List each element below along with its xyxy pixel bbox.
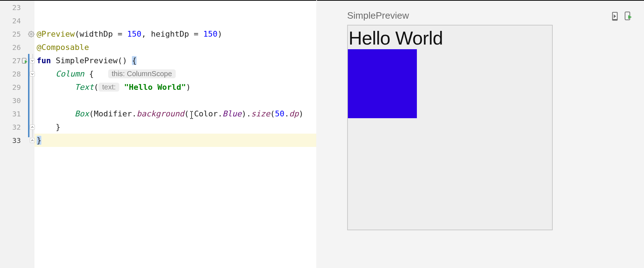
code-line[interactable] (34, 14, 316, 27)
code-line[interactable]: fun SimplePreview() { (34, 54, 316, 67)
code-line[interactable]: @Composable (34, 41, 316, 54)
code-text-area[interactable]: @Preview(widthDp = 150, heightDp = 150) … (34, 1, 316, 268)
annotation: @Preview (37, 29, 75, 38)
code-line[interactable]: @Preview(widthDp = 150, heightDp = 150) (34, 27, 316, 41)
matched-brace: } (37, 136, 41, 145)
preview-blue-box (348, 49, 417, 118)
code-line[interactable]: Box(Modifier.background(Color.Blue).size… (34, 107, 316, 120)
code-line[interactable]: Text(text: "Hello World") (34, 80, 316, 94)
annotation: @Composable (37, 43, 89, 52)
code-editor-pane[interactable]: 23 24 25 26 27 28 29 30 31 32 33 (0, 1, 316, 268)
code-line[interactable] (34, 1, 316, 14)
gutter-icon-column (28, 1, 34, 268)
line-number[interactable]: 32 (0, 120, 28, 134)
code-line[interactable]: Column { this: ColumnScope (34, 67, 316, 80)
preview-content: Hello World (348, 26, 552, 118)
fold-handle-icon[interactable] (30, 138, 35, 143)
inlay-hint: text: (98, 83, 119, 92)
line-number-gutter: 23 24 25 26 27 28 29 30 31 32 33 (0, 1, 28, 268)
line-number[interactable]: 25 (0, 27, 28, 41)
line-number[interactable]: 23 (0, 1, 28, 14)
compose-preview-pane: SimplePreview Hello World (316, 1, 644, 268)
gear-icon[interactable] (28, 31, 34, 37)
fold-handle-icon[interactable] (30, 71, 35, 77)
svg-point-0 (31, 33, 32, 35)
line-number[interactable]: 24 (0, 14, 28, 27)
fold-handle-icon[interactable] (30, 125, 35, 130)
text-cursor-icon (189, 111, 194, 119)
preview-text-hello: Hello World (348, 26, 552, 49)
code-line-current[interactable]: } (34, 134, 316, 147)
inlay-hint: this: ColumnScope (108, 69, 176, 78)
preview-device-frame[interactable]: Hello World (347, 25, 553, 230)
line-number[interactable]: 28 (0, 67, 28, 80)
line-number[interactable]: 31 (0, 107, 28, 120)
gutter-row (28, 54, 34, 67)
line-number[interactable]: 29 (0, 80, 28, 94)
run-gutter-icon[interactable] (22, 57, 28, 64)
line-number[interactable]: 26 (0, 41, 28, 54)
line-number[interactable]: 33 (0, 134, 28, 147)
matched-brace: { (132, 56, 137, 65)
preview-toolbar (611, 11, 632, 20)
code-line[interactable]: } (34, 120, 316, 134)
deploy-preview-icon[interactable] (624, 11, 632, 20)
preview-title: SimplePreview (347, 10, 409, 21)
line-number[interactable]: 30 (0, 94, 28, 107)
gutter-row (28, 27, 34, 41)
interactive-preview-icon[interactable] (611, 11, 619, 20)
code-line[interactable] (34, 94, 316, 107)
fold-handle-icon[interactable] (30, 58, 35, 63)
